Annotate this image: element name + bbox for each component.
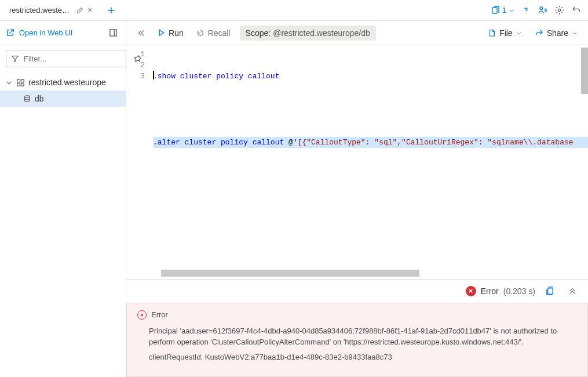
- status-timing: (0.203 s): [503, 287, 535, 296]
- filter-input-wrap[interactable]: [6, 50, 126, 67]
- new-tab-button[interactable]: [104, 3, 119, 18]
- scope-value: @restricted.westeurope/db: [273, 28, 370, 38]
- feedback-button[interactable]: [534, 2, 551, 19]
- results-panel: Error (0.203 s) Error: [126, 279, 588, 378]
- svg-rect-6: [17, 83, 20, 86]
- close-icon[interactable]: [87, 7, 93, 13]
- chevron-down-icon: [572, 30, 578, 36]
- error-message: Principal 'aaduser=612f3697-f4c4-4dbd-a9…: [149, 325, 577, 348]
- editor-gutter: 1 2 3: [126, 45, 151, 279]
- cluster-icon: [16, 78, 25, 87]
- tab-title: restricted.westeur…: [9, 6, 73, 14]
- share-label: Share: [547, 28, 568, 38]
- settings-button[interactable]: [551, 2, 568, 19]
- scope-pill[interactable]: Scope: @restricted.westeurope/db: [240, 26, 376, 41]
- database-icon: [23, 95, 31, 103]
- collapse-results-button[interactable]: [565, 284, 580, 299]
- share-menu[interactable]: Share: [531, 26, 581, 40]
- svg-rect-5: [21, 79, 24, 82]
- file-label: File: [499, 28, 513, 38]
- editor-toolbar: Run Recall Scope: @restricted.westeurope…: [126, 21, 588, 45]
- error-request-id: clientRequestId: KustoWebV2;a77baa1b-d1e…: [149, 351, 577, 363]
- rename-icon[interactable]: [76, 7, 83, 14]
- svg-rect-3: [110, 30, 116, 36]
- svg-rect-0: [492, 8, 497, 13]
- scrollbar-thumb[interactable]: [161, 270, 419, 277]
- svg-point-1: [540, 7, 543, 10]
- copy-results-button[interactable]: 1: [487, 2, 518, 19]
- open-in-web-label: Open in Web UI: [19, 28, 72, 37]
- recall-label: Recall: [208, 28, 231, 38]
- tree-db-label: db: [35, 94, 44, 103]
- filter-icon: [11, 55, 19, 63]
- collapse-toolbar-button[interactable]: [133, 26, 148, 41]
- connection-tree: restricted.westeurope db: [0, 72, 126, 109]
- tree-cluster-row[interactable]: restricted.westeurope: [0, 74, 126, 90]
- minimap-scrollbar[interactable]: [581, 48, 588, 94]
- file-menu[interactable]: File: [484, 26, 525, 40]
- editor-content[interactable]: .show cluster policy callout .alter clus…: [151, 45, 588, 279]
- panel-toggle-icon[interactable]: [107, 26, 120, 39]
- result-status: Error (0.203 s): [466, 286, 535, 296]
- undo-button[interactable]: [568, 2, 585, 19]
- svg-rect-7: [21, 83, 24, 86]
- copy-count: 1: [502, 6, 506, 14]
- tree-cluster-label: restricted.westeurope: [28, 78, 106, 87]
- run-button[interactable]: Run: [154, 26, 187, 40]
- help-button[interactable]: [518, 2, 534, 19]
- svg-point-8: [25, 96, 30, 98]
- error-ring-icon: [137, 310, 147, 320]
- svg-point-2: [558, 9, 560, 11]
- copy-result-button[interactable]: [542, 283, 558, 299]
- tree-db-row[interactable]: db: [0, 90, 126, 107]
- horizontal-scrollbar[interactable]: [161, 270, 578, 277]
- recall-button[interactable]: Recall: [193, 26, 234, 40]
- text-cursor: [153, 71, 154, 79]
- file-icon: [488, 29, 496, 37]
- error-panel: Error Principal 'aaduser=612f3697-f4c4-4…: [126, 303, 588, 378]
- share-icon: [535, 28, 543, 37]
- sidebar: Open in Web UI: [0, 21, 126, 377]
- error-icon: [466, 286, 476, 296]
- error-title: Error: [151, 310, 168, 319]
- tab-strip: restricted.westeur… 1: [0, 0, 588, 21]
- chevron-down-icon: [516, 30, 522, 36]
- svg-rect-4: [17, 79, 20, 82]
- status-label: Error: [481, 287, 499, 296]
- scope-key: Scope:: [246, 28, 271, 38]
- tab-restricted[interactable]: restricted.westeur…: [3, 1, 99, 20]
- run-label: Run: [169, 28, 184, 38]
- chevron-down-icon: [5, 79, 13, 86]
- recall-icon: [196, 29, 204, 37]
- svg-rect-9: [548, 288, 553, 294]
- open-in-web-button[interactable]: Open in Web UI: [6, 28, 72, 37]
- play-icon: [158, 29, 165, 37]
- filter-input[interactable]: [24, 55, 121, 63]
- code-editor[interactable]: 1 2 3 .show cluster policy callout .alte…: [126, 45, 588, 279]
